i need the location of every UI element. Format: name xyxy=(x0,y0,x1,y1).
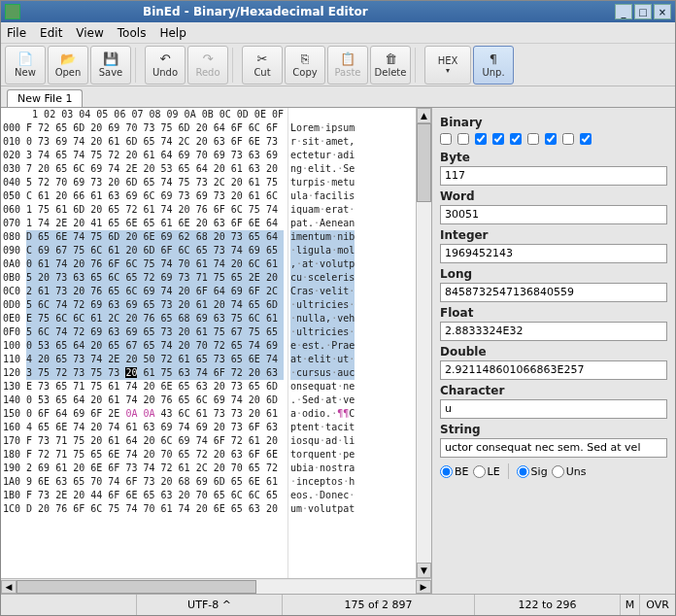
status-ovr[interactable]: OVR xyxy=(640,595,675,615)
copy-button[interactable]: ⎘Copy xyxy=(285,46,325,85)
redo-button[interactable]: ↷Redo xyxy=(187,46,228,85)
menubar: File Edit View Tools Help xyxy=(1,22,675,44)
scroll-up-icon[interactable]: ▲ xyxy=(417,108,431,123)
paste-button[interactable]: 📋Paste xyxy=(327,46,368,85)
bit-3-checkbox[interactable] xyxy=(492,133,504,145)
new-button[interactable]: 📄New xyxy=(5,46,46,85)
binary-label: Binary xyxy=(440,116,667,129)
menu-tools[interactable]: Tools xyxy=(118,26,147,40)
vertical-scrollbar[interactable]: ▲ ▼ xyxy=(416,108,431,578)
horizontal-scrollbar[interactable]: ◀ ▶ xyxy=(1,578,431,594)
character-label: Character xyxy=(440,384,667,397)
new-icon: 📄 xyxy=(17,52,33,66)
menu-view[interactable]: View xyxy=(76,26,103,40)
bit-5-checkbox[interactable] xyxy=(527,133,539,145)
status-position: 175 of 2 897 xyxy=(283,595,475,615)
app-icon xyxy=(5,4,20,19)
double-label: Double xyxy=(440,345,667,359)
bit-6-checkbox[interactable] xyxy=(545,133,557,145)
word-label: Word xyxy=(440,189,667,203)
long-field[interactable]: 8458732547136840559 xyxy=(440,283,667,302)
status-m[interactable]: M xyxy=(621,595,640,615)
menu-edit[interactable]: Edit xyxy=(40,26,62,40)
cut-button[interactable]: ✂Cut xyxy=(242,46,283,85)
hex-editor-pane: 0000100200300400500600700800900A00B00C00… xyxy=(1,108,432,594)
menu-file[interactable]: File xyxy=(7,26,26,40)
titlebar: BinEd - Binary/Hexadecimal Editor _ □ × xyxy=(1,1,675,22)
minimize-button[interactable]: _ xyxy=(615,4,632,19)
open-button[interactable]: 📂Open xyxy=(48,46,88,85)
sign-sig-radio[interactable]: Sig xyxy=(517,465,548,478)
status-selection: 122 to 296 xyxy=(475,595,621,615)
undo-button[interactable]: ↶Undo xyxy=(145,46,186,85)
pilcrow-icon: ¶ xyxy=(486,52,501,66)
scroll-left-icon[interactable]: ◀ xyxy=(1,580,17,594)
binary-bits xyxy=(440,133,667,145)
bit-4-checkbox[interactable] xyxy=(510,133,522,145)
bit-2-checkbox[interactable] xyxy=(475,133,487,145)
redo-icon: ↷ xyxy=(200,52,216,66)
string-field[interactable]: uctor consequat nec sem. Sed at vel xyxy=(440,438,667,458)
tab-file[interactable]: New File 1 xyxy=(7,89,83,107)
hex-grid[interactable]: 0000100200300400500600700800900A00B00C00… xyxy=(1,108,416,578)
cut-icon: ✂ xyxy=(254,52,270,66)
save-icon: 💾 xyxy=(103,52,118,66)
toolbar: 📄New 📂Open 💾Save ↶Undo ↷Redo ✂Cut ⎘Copy … xyxy=(1,44,675,86)
tab-strip: New File 1 xyxy=(1,86,675,108)
endian-le-radio[interactable]: LE xyxy=(473,465,500,478)
endian-be-radio[interactable]: BE xyxy=(440,465,469,478)
delete-button[interactable]: 🗑Delete xyxy=(370,46,411,85)
menu-help[interactable]: Help xyxy=(159,26,186,40)
unprintable-toggle[interactable]: ¶Unp. xyxy=(473,46,514,85)
paste-icon: 📋 xyxy=(340,52,355,66)
status-bar: UTF-8 ^ 175 of 2 897 122 to 296 M OVR xyxy=(1,594,675,615)
bit-8-checkbox[interactable] xyxy=(580,133,592,145)
scroll-down-icon[interactable]: ▼ xyxy=(417,563,431,578)
bit-1-checkbox[interactable] xyxy=(457,133,469,145)
delete-icon: 🗑 xyxy=(383,52,398,66)
copy-icon: ⎘ xyxy=(297,52,313,66)
bit-7-checkbox[interactable] xyxy=(562,133,574,145)
string-label: String xyxy=(440,423,667,436)
inspector-pane: Binary Byte 117 Word 30051 Integer 19694… xyxy=(432,108,675,594)
close-button[interactable]: × xyxy=(654,4,671,19)
status-encoding[interactable]: UTF-8 ^ xyxy=(137,595,283,615)
float-field[interactable]: 2.8833324E32 xyxy=(440,322,667,341)
undo-icon: ↶ xyxy=(157,52,173,66)
double-field[interactable]: 2.921148601066863E257 xyxy=(440,360,667,380)
word-field[interactable]: 30051 xyxy=(440,205,667,224)
character-field[interactable]: u xyxy=(440,399,667,419)
bit-0-checkbox[interactable] xyxy=(440,133,452,145)
window-title: BinEd - Binary/Hexadecimal Editor xyxy=(26,5,613,18)
long-label: Long xyxy=(440,267,667,281)
byte-label: Byte xyxy=(440,151,667,164)
float-label: Float xyxy=(440,306,667,320)
integer-label: Integer xyxy=(440,228,667,242)
integer-field[interactable]: 1969452143 xyxy=(440,244,667,263)
sign-uns-radio[interactable]: Uns xyxy=(552,465,587,478)
maximize-button[interactable]: □ xyxy=(634,4,652,19)
hex-mode-button[interactable]: HEX▾ xyxy=(424,46,471,85)
status-spacer xyxy=(1,595,137,615)
byte-field[interactable]: 117 xyxy=(440,166,667,186)
save-button[interactable]: 💾Save xyxy=(90,46,131,85)
open-icon: 📂 xyxy=(60,52,76,66)
scroll-right-icon[interactable]: ▶ xyxy=(416,580,431,594)
